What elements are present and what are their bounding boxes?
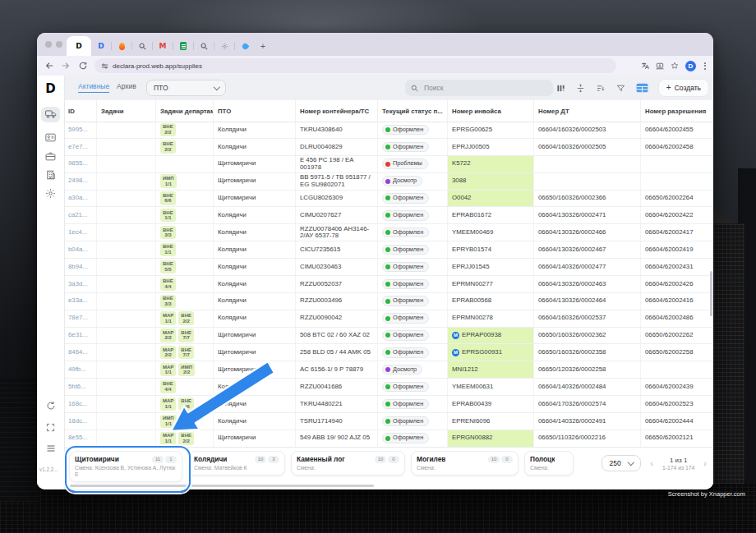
column-header[interactable]: ID [64, 100, 97, 122]
site-settings-icon[interactable] [101, 62, 108, 70]
column-header[interactable]: Задачи [97, 100, 156, 122]
sort-icon[interactable] [596, 84, 606, 93]
sidebar-item-contacts[interactable] [37, 133, 64, 142]
create-button[interactable]: + Создать [659, 80, 708, 96]
browser-tab[interactable] [214, 39, 234, 53]
browser-tab[interactable] [112, 39, 131, 53]
pto-card[interactable]: ПолоцкСмена: [524, 451, 574, 476]
column-header[interactable]: Номер ДТ [534, 100, 641, 122]
table-row[interactable]: a30a...ВНЕ6/6ЩитомиричиLCGU8026309Оформл… [64, 191, 713, 208]
pto-card[interactable]: Колядичи103Смена: Матвейков К [188, 451, 285, 476]
row-id: e33a... [64, 293, 97, 310]
pto-card[interactable]: Каменный лог100Смена: [291, 451, 405, 476]
prev-page-button[interactable]: ‹ [650, 459, 653, 468]
table-row[interactable]: e33a...ВНЕ3/3КолядичиRZZU0003496Оформлен… [64, 293, 713, 310]
forward-icon[interactable] [62, 62, 70, 70]
new-tab-button[interactable]: + [255, 36, 271, 56]
droplet-icon [241, 42, 249, 50]
invoice-cell: O0042 [448, 191, 534, 207]
tasks-cell [97, 310, 156, 327]
tab-archive[interactable]: Архив [117, 82, 136, 90]
sidebar-item-jobs[interactable] [37, 152, 64, 161]
flame-icon [119, 43, 125, 50]
browser-tab[interactable] [173, 39, 193, 53]
pto-card[interactable]: Щитомиричи111Смена: Ксензова В, Устинова… [69, 451, 182, 482]
horizontal-scrollbar[interactable] [70, 485, 374, 487]
column-header[interactable]: Номер контейнера/ТС [296, 100, 378, 122]
table-row[interactable]: 5fd6...ВНЕ4/4КолядичиRZZU0041686Оформлен… [64, 379, 713, 396]
status-badge: Оформлен [382, 262, 429, 273]
profile-avatar[interactable]: D [685, 61, 696, 71]
browser-tab[interactable] [194, 39, 214, 53]
column-header[interactable]: Текущий статус п... [378, 100, 448, 122]
row-id: 5995... [64, 122, 97, 138]
table-row[interactable]: 49fb...МАР1/1ИМП2/2ЩитомиричиAC 6156-1/ … [64, 361, 713, 379]
permit-cell: 06604/62002431 [641, 259, 713, 275]
table-row[interactable]: 9855...ЩитомиричиE 456 PC 198 / EA 00197… [64, 156, 713, 173]
table-view-icon[interactable] [636, 83, 648, 93]
column-header[interactable]: Задачи департам... [156, 100, 214, 122]
browser-tab[interactable] [132, 39, 152, 53]
table-row[interactable]: 2498...ИМП1/1ЩитомиричиBB 5971-5 / TB 95… [64, 173, 713, 191]
sidebar-item-organizations[interactable] [37, 170, 64, 180]
filter-icon[interactable] [616, 84, 625, 93]
dt-cell: 06604/160326/0002503 [534, 122, 641, 138]
table-row[interactable]: 1ec4...ВНЕ3/3КолядичиRZZU0078406 АН3146-… [64, 224, 713, 241]
invoice-cell: MEPRSG00931 [448, 344, 534, 361]
column-header[interactable]: Номер разрешения [641, 100, 713, 122]
vertical-scrollbar[interactable] [710, 271, 712, 316]
status-cell: Оформлен [378, 413, 448, 430]
pto-cell: Колядичи [214, 224, 296, 241]
search-box[interactable] [405, 80, 553, 96]
sidebar-refresh[interactable] [37, 401, 64, 411]
browser-tab[interactable] [235, 39, 255, 53]
container-cell: BB 5971-5 / TB 951877 / EG SU9802071 [296, 173, 378, 190]
table-row[interactable]: 8464...МАР2/2ВНЕ7/7Щитомиричи258 BLD 05 … [64, 344, 713, 361]
status-dot [385, 179, 390, 184]
status-badge: Оформлен [382, 399, 429, 410]
table-row[interactable]: b04a...ВНЕ1/1КолядичиCICU7235615Оформлен… [64, 241, 713, 259]
permit-cell: 06604/62002417 [641, 224, 713, 241]
table-row[interactable]: 3a3d...ВНЕ4/4КолядичиRZZU0052037Оформлен… [64, 276, 713, 293]
browser-tab[interactable]: D [91, 39, 111, 53]
translate-icon[interactable] [641, 62, 649, 70]
sidebar-item-settings[interactable] [37, 188, 64, 199]
status-badge: Оформлен [382, 313, 429, 324]
table-row[interactable]: 8e55...МАР1/1ВНЕ2/2Щитомиричи549 ABB 19/… [64, 430, 713, 448]
reload-icon[interactable] [79, 62, 87, 70]
install-app-icon[interactable] [656, 62, 664, 70]
dt-cell: 06604/130326/0002467 [534, 241, 641, 258]
columns-settings-icon[interactable] [556, 84, 565, 93]
browser-tab[interactable]: M [153, 39, 173, 53]
table-row[interactable]: 5995...ВНЕ2/2КолядичиTKRU4308640Оформлен… [64, 122, 713, 139]
table-row[interactable]: 168c...МАР1/1ВНЕ6/6КолядичиTKRU4480221Оф… [64, 396, 713, 413]
next-page-button[interactable]: › [703, 459, 707, 468]
minimize-window-button[interactable] [56, 41, 62, 48]
status-dot [385, 350, 390, 355]
page-size-dropdown[interactable]: 250 [602, 455, 642, 471]
sidebar-fullscreen[interactable] [37, 423, 64, 432]
column-header[interactable]: Номер инвойса [448, 100, 534, 122]
invoice-cell: EPRSG00625 [448, 122, 534, 138]
row-height-icon[interactable] [576, 84, 585, 93]
tab-active-supplies[interactable]: Активные [78, 82, 109, 93]
back-icon[interactable] [45, 62, 53, 70]
sidebar-menu[interactable] [37, 444, 64, 453]
table-row[interactable]: 18dc...ИМП1/1КолядичиTSRU1714940Оформлен… [64, 413, 713, 430]
table-row[interactable]: e7e7...ВНЕ2/2КолядичиDLRU0040829Оформлен… [64, 139, 713, 156]
table-row[interactable]: ca21...ВНЕ1/1КолядичиCIMU0207627Оформлен… [64, 207, 713, 224]
bookmark-star-icon[interactable] [671, 62, 679, 70]
pto-card[interactable]: Могилев100Смена: [411, 451, 519, 476]
table-row[interactable]: 6e31...МАР2/2ВНЕ7/7Щитомиричи508 BTC 02 … [64, 328, 713, 345]
close-window-button[interactable] [45, 41, 52, 48]
status-dot [385, 419, 390, 424]
sidebar-item-supplies[interactable] [37, 109, 64, 119]
address-bar[interactable]: declara-prod.web.app/supplies [94, 58, 616, 73]
column-header[interactable]: ПТО [214, 100, 296, 122]
browser-menu-icon[interactable] [703, 62, 708, 70]
table-row[interactable]: 78e7...МАР1/1ВНЕ2/2КолядичиRZZU0090042Оф… [64, 310, 713, 328]
pto-filter-dropdown[interactable]: ПТО [146, 80, 226, 96]
table-row[interactable]: 8b94...ВНЕ5/5КолядичиCIMU0230463Оформлен… [64, 259, 713, 276]
search-input[interactable] [422, 83, 541, 93]
browser-tab[interactable]: D [67, 36, 91, 56]
